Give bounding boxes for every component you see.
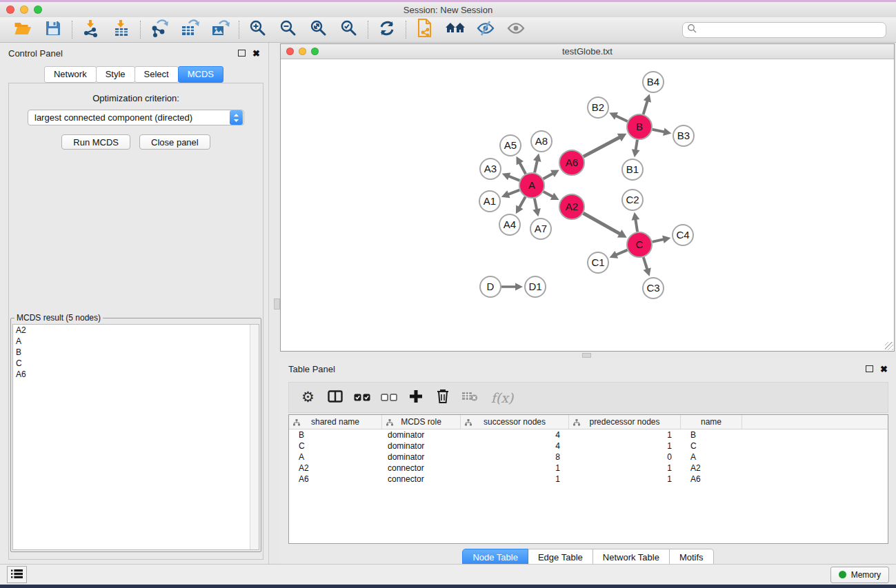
table-row[interactable]: Adominator80A — [289, 452, 888, 463]
edge-A-A2[interactable] — [544, 192, 553, 196]
cell-predecessor-nodes[interactable]: 1 — [569, 430, 681, 440]
export-network-button[interactable] — [148, 19, 170, 40]
import-table-button[interactable] — [110, 19, 132, 40]
edge-C-C3[interactable] — [644, 257, 648, 270]
run-mcds-button[interactable]: Run MCDS — [61, 134, 130, 150]
show-columns-button[interactable] — [321, 385, 348, 411]
edge-A-A3[interactable] — [508, 176, 519, 181]
column-header-successor-nodes[interactable]: successor nodes — [461, 415, 569, 429]
table-row[interactable]: A2connector11A2 — [289, 463, 888, 474]
cell-predecessor-nodes[interactable]: 0 — [569, 452, 681, 462]
delete-table-button[interactable] — [456, 385, 483, 411]
edge-C-C1[interactable] — [616, 250, 628, 255]
column-header-predecessor-nodes[interactable]: predecessor nodes — [569, 415, 681, 429]
node-table[interactable]: shared nameMCDS rolesuccessor nodesprede… — [288, 414, 888, 544]
edge-A-A5[interactable] — [519, 163, 526, 174]
select-all-columns-button[interactable] — [348, 385, 375, 411]
edge-C-C2[interactable] — [635, 219, 637, 232]
edge-B-B4[interactable] — [644, 101, 648, 114]
edge-C-C4[interactable] — [653, 239, 664, 242]
zoom-fit-button[interactable] — [308, 19, 330, 40]
result-item[interactable]: B — [13, 347, 259, 358]
table-row[interactable]: A6connector11A6 — [289, 474, 888, 485]
close-panel-icon[interactable]: ✖ — [252, 49, 260, 58]
cell-predecessor-nodes[interactable]: 1 — [569, 441, 681, 451]
edge-A-A4[interactable] — [519, 197, 526, 208]
float-panel-icon[interactable] — [238, 47, 246, 59]
column-header-shared-name[interactable]: shared name — [289, 415, 382, 429]
network-close-button[interactable] — [286, 48, 294, 55]
cell-successor-nodes[interactable]: 1 — [461, 474, 569, 484]
cell-successor-nodes[interactable]: 1 — [461, 463, 569, 473]
edge-B-B1[interactable] — [636, 140, 637, 150]
cell-MCDS-role[interactable]: dominator — [382, 430, 461, 440]
import-network-button[interactable] — [80, 19, 102, 40]
edge-B-B3[interactable] — [653, 130, 665, 132]
save-session-button[interactable] — [42, 19, 64, 40]
show-all-button[interactable] — [505, 19, 527, 40]
column-header-MCDS-role[interactable]: MCDS role — [382, 415, 461, 429]
cell-successor-nodes[interactable]: 8 — [461, 452, 569, 462]
edge-A2-C[interactable] — [584, 213, 621, 234]
criterion-select[interactable]: largest connected component (directed) — [28, 110, 244, 125]
result-item[interactable]: A2 — [13, 325, 259, 336]
close-window-button[interactable] — [6, 6, 14, 14]
network-canvas[interactable]: B4B2BB3A8A5A6B1A3AC2A1A2A4A7C4CC1DD1C3 — [281, 59, 894, 351]
table-settings-button[interactable]: ⚙ — [295, 385, 321, 411]
zoom-window-button[interactable] — [34, 6, 42, 14]
export-table-button[interactable] — [179, 19, 201, 40]
edge-A-A1[interactable] — [508, 190, 519, 194]
float-table-panel-icon[interactable] — [866, 363, 873, 375]
cell-shared-name[interactable]: A2 — [289, 463, 382, 473]
open-session-button[interactable] — [12, 19, 34, 40]
edge-A-A8[interactable] — [535, 161, 537, 173]
cell-predecessor-nodes[interactable]: 1 — [569, 463, 681, 473]
function-builder-button[interactable]: f(x) — [483, 385, 521, 411]
edge-A-A6[interactable] — [544, 173, 553, 179]
apply-layout-button[interactable] — [376, 19, 398, 40]
home-view-button[interactable] — [444, 19, 466, 40]
cell-MCDS-role[interactable]: dominator — [382, 441, 461, 451]
minimize-window-button[interactable] — [20, 6, 28, 14]
tab-select[interactable]: Select — [135, 66, 179, 83]
cell-shared-name[interactable]: B — [289, 430, 382, 440]
result-item[interactable]: C — [13, 358, 259, 369]
zoom-in-button[interactable] — [247, 19, 269, 40]
panel-menu-button[interactable] — [7, 566, 27, 583]
column-header-name[interactable]: name — [681, 415, 742, 429]
cell-shared-name[interactable]: C — [289, 441, 382, 451]
zoom-selected-button[interactable] — [338, 19, 360, 40]
edge-A-A7[interactable] — [535, 199, 537, 210]
cell-shared-name[interactable]: A6 — [289, 474, 382, 484]
network-window-titlebar[interactable]: testGlobe.txt — [281, 44, 894, 59]
hide-selected-button[interactable] — [475, 19, 497, 40]
table-row[interactable]: Bdominator41B — [289, 429, 888, 440]
edge-B-B2[interactable] — [616, 116, 628, 121]
zoom-out-button[interactable] — [277, 19, 299, 40]
cell-successor-nodes[interactable]: 4 — [461, 430, 569, 440]
delete-columns-button[interactable] — [429, 385, 456, 411]
tab-network[interactable]: Network — [44, 66, 97, 83]
cell-MCDS-role[interactable]: connector — [382, 474, 461, 484]
create-column-button[interactable] — [402, 385, 429, 411]
deselect-all-columns-button[interactable] — [375, 385, 402, 411]
edge-A6-B[interactable] — [584, 137, 620, 156]
splitter-handle-horizontal[interactable] — [582, 353, 591, 358]
result-item[interactable]: A — [13, 336, 259, 347]
cell-name[interactable]: B — [681, 430, 742, 440]
result-scrollbar[interactable] — [250, 325, 259, 549]
window-resize-grip[interactable] — [885, 342, 893, 350]
cell-MCDS-role[interactable]: connector — [382, 463, 461, 473]
network-zoom-button[interactable] — [311, 48, 319, 55]
cell-name[interactable]: A — [681, 452, 742, 462]
network-minimize-button[interactable] — [299, 48, 306, 55]
cell-MCDS-role[interactable]: dominator — [382, 452, 461, 462]
cell-name[interactable]: A2 — [681, 463, 742, 473]
cell-predecessor-nodes[interactable]: 1 — [569, 474, 681, 484]
close-panel-button[interactable]: Close panel — [139, 134, 210, 150]
table-row[interactable]: Cdominator41C — [289, 440, 888, 452]
search-input[interactable] — [699, 25, 882, 34]
search-field[interactable] — [682, 22, 886, 38]
close-table-panel-icon[interactable]: ✖ — [880, 365, 888, 374]
tab-style[interactable]: Style — [96, 66, 135, 83]
